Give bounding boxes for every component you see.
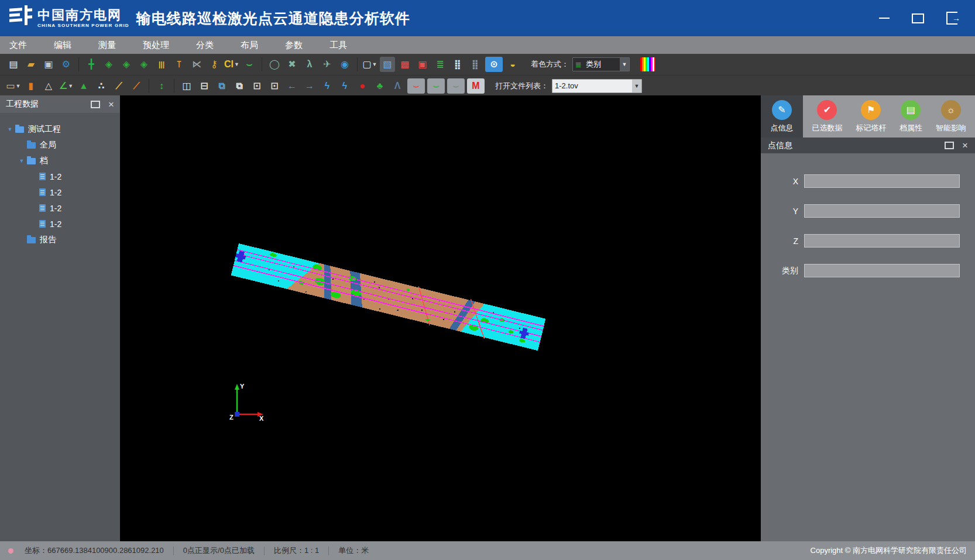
cross-section-icon[interactable]: ⋉	[189, 57, 204, 72]
key-icon[interactable]: ⚷	[207, 57, 222, 72]
folder-icon	[27, 237, 36, 243]
tree-item-全局-1[interactable]: 全局	[4, 137, 120, 153]
tab-标记塔杆[interactable]: ⚑标记塔杆	[856, 100, 886, 133]
delete-cross-icon[interactable]: ✖	[284, 57, 300, 72]
classify-line-icon[interactable]: ◈	[119, 57, 134, 72]
split-horizontal-icon[interactable]: ⊟	[197, 78, 212, 94]
polyline-edit-icon[interactable]: ϟ	[337, 78, 352, 94]
visibility-eye-icon[interactable]: ◉	[337, 57, 352, 72]
pan-move-icon[interactable]: ╋	[84, 57, 99, 72]
panel-maximize-icon[interactable]	[91, 101, 100, 108]
classify-fence-icon[interactable]: ◈	[136, 57, 152, 72]
point-class-input[interactable]	[804, 264, 960, 277]
airplane-icon[interactable]: ✈	[320, 57, 335, 72]
tree-item-1-2-3[interactable]: 1-2	[4, 169, 120, 184]
grid-select-icon[interactable]: ⣿	[468, 57, 483, 72]
new-file-icon[interactable]: ▤	[6, 57, 21, 72]
maximize-icon[interactable]	[912, 12, 924, 25]
broom-icon[interactable]: ⟋	[111, 78, 126, 94]
point-y-row: Y	[761, 204, 975, 218]
polyline-icon[interactable]: ϟ	[320, 78, 335, 94]
point-cloud-viewport[interactable]: Y X Z	[120, 95, 761, 541]
tab-label: 档属性	[900, 123, 922, 133]
menu-item-5[interactable]: 布局	[241, 40, 258, 51]
panel-close-icon[interactable]: ×	[108, 99, 114, 109]
marker-m-icon[interactable]: M	[467, 78, 485, 94]
menu-item-4[interactable]: 分类	[196, 40, 214, 51]
panel-close-icon[interactable]: ×	[962, 140, 968, 150]
tab-已选数据[interactable]: ✔已选数据	[812, 100, 842, 133]
panel-maximize-icon[interactable]	[945, 142, 954, 149]
tree-item-1-2-4[interactable]: 1-2	[4, 184, 120, 200]
split-vertical-icon[interactable]: ◫	[179, 78, 194, 94]
ruler-vertical-icon[interactable]: ▮	[23, 78, 39, 94]
menu-item-2[interactable]: 测量	[98, 40, 116, 51]
minimize-icon[interactable]	[879, 12, 890, 25]
point-grid-icon[interactable]: ⣿	[450, 57, 465, 72]
save-icon[interactable]: ▣	[41, 57, 56, 72]
tree-icon[interactable]: ♣	[372, 78, 387, 94]
select-cursor-icon[interactable]: ▧	[380, 57, 395, 72]
tree-item-1-2-5[interactable]: 1-2	[4, 200, 120, 216]
right-tabs-row: ✎点信息 ✔已选数据⚑标记塔杆▤档属性☼智能影响	[761, 95, 975, 138]
pip-window2-icon[interactable]: ⊡	[267, 78, 282, 94]
expander-icon[interactable]: ▼	[6, 126, 14, 132]
tree-item-测试工程-0[interactable]: ▼测试工程	[4, 121, 120, 137]
ci-dropdown-icon[interactable]: CI▼	[224, 57, 239, 72]
location-pin-icon[interactable]: ●	[355, 78, 370, 94]
tab-智能影响[interactable]: ☼智能影响	[936, 100, 966, 133]
tab-点信息[interactable]: ✎点信息	[771, 100, 794, 133]
tree-item-1-2-6[interactable]: 1-2	[4, 216, 120, 232]
tab-档属性[interactable]: ▤档属性	[900, 100, 922, 133]
nav-back-icon[interactable]: ←	[284, 78, 300, 94]
point-z-input[interactable]	[804, 234, 960, 248]
snap-mode-icon[interactable]: ▭▼	[6, 78, 21, 94]
cone-icon[interactable]: ▲	[76, 78, 91, 94]
menu-item-1[interactable]: 编辑	[54, 40, 71, 51]
windows-stack-icon[interactable]: ⧉	[214, 78, 229, 94]
triangle-flash-icon[interactable]: △	[41, 78, 56, 94]
menu-item-3[interactable]: 预处理	[143, 40, 169, 51]
exit-icon[interactable]: →	[946, 12, 957, 25]
menu-item-0[interactable]: 文件	[9, 40, 27, 51]
ellipse-tool-icon[interactable]: ◯	[267, 57, 282, 72]
select-polygon-icon[interactable]: ▩	[397, 57, 413, 72]
nav-forward-icon[interactable]: →	[302, 78, 317, 94]
status-segments: 坐标：667669.1384100900.2861092.2100点正显示/0点…	[19, 545, 375, 556]
menu-item-6[interactable]: 参数	[285, 40, 303, 51]
span-red-icon[interactable]: ⌣	[407, 78, 425, 94]
toolbar1-icons-after	[638, 57, 658, 71]
class-layers-icon[interactable]: ≣	[432, 57, 448, 72]
file-list-select[interactable]: 1-2.tov ▼	[552, 79, 642, 93]
tree-item-档-2[interactable]: ▼档	[4, 153, 120, 169]
class-layers-icon: ≣	[575, 60, 582, 69]
palette-icon[interactable]: ◒	[505, 57, 520, 72]
profile-lines-icon[interactable]: |||	[154, 57, 169, 72]
open-folder-icon[interactable]: ▰	[23, 57, 39, 72]
catenary-icon[interactable]: ⌣	[242, 57, 257, 72]
vector-angle-icon[interactable]: ∠▼	[59, 78, 74, 94]
tree-item-报告-7[interactable]: 报告	[4, 232, 120, 248]
select-rect-icon[interactable]: ▢▼	[362, 57, 377, 72]
section-marker-icon[interactable]: ⊺	[171, 57, 187, 72]
expander-icon[interactable]: ▼	[18, 158, 26, 164]
folders-copy-icon[interactable]: ⧉	[232, 78, 247, 94]
point-x-input[interactable]	[804, 174, 960, 188]
nodes-icon[interactable]: ∴	[94, 78, 109, 94]
screenshot-camera-icon[interactable]: ⊙	[485, 57, 503, 72]
select-point-icon[interactable]: ▣	[415, 57, 430, 72]
point-y-input[interactable]	[804, 204, 960, 218]
ruler-diagonal-icon[interactable]: ⟋	[129, 78, 144, 94]
menu-item-7[interactable]: 工具	[329, 40, 347, 51]
height-limit-icon[interactable]: ↕	[154, 78, 169, 94]
span-gray-icon[interactable]: ⌣	[447, 78, 465, 94]
pip-window-icon[interactable]: ⊡	[249, 78, 265, 94]
colorbar-icon[interactable]	[640, 57, 655, 71]
color-mode-select[interactable]: ≣ 类别 ▼	[572, 57, 630, 71]
tower-icon[interactable]: Λ	[390, 78, 405, 94]
pole-tool-icon[interactable]: λ	[302, 57, 317, 72]
classify-area-icon[interactable]: ◈	[101, 57, 116, 72]
csg-logo-icon	[8, 5, 33, 31]
settings-gear-icon[interactable]: ⚙	[59, 57, 74, 72]
span-green-icon[interactable]: ⌣	[427, 78, 445, 94]
